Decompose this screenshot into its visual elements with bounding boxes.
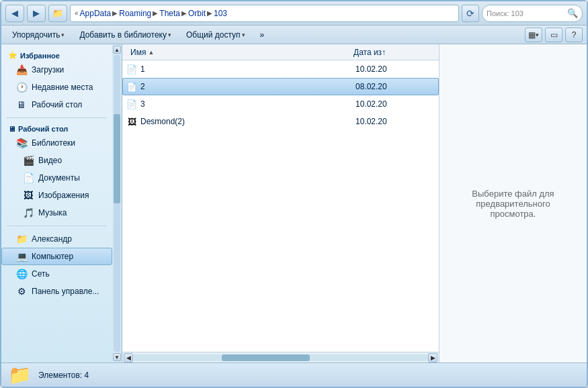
file-icon: 🖼 bbox=[126, 115, 138, 128]
sidebar-divider-1 bbox=[7, 117, 107, 118]
menu-share[interactable]: Общий доступ ▾ bbox=[179, 28, 252, 42]
sort-arrow-icon: ▲ bbox=[148, 49, 154, 56]
file-date: 10.02.20 bbox=[355, 64, 435, 74]
file-icon: 📄 bbox=[126, 98, 138, 110]
column-name[interactable]: Имя ▲ bbox=[125, 48, 353, 57]
downloads-icon: 📥 bbox=[15, 64, 28, 76]
breadcrumb-103[interactable]: 103 bbox=[214, 9, 227, 18]
hscroll-track[interactable] bbox=[133, 354, 428, 361]
sidebar-wrapper: ⭐ Избранное 📥 Загрузки 🕐 Недавние места … bbox=[1, 44, 122, 362]
sidebar-item-music[interactable]: 🎵 Музыка bbox=[1, 204, 112, 222]
sidebar-item-documents[interactable]: 📄 Документы bbox=[1, 169, 112, 187]
breadcrumb-theta[interactable]: Theta bbox=[159, 9, 180, 18]
file-name: 2 bbox=[140, 82, 355, 91]
breadcrumb: « AppData ▶ Roaming ▶ Theta ▶ Orbit ▶ 10… bbox=[70, 5, 459, 22]
video-icon: 🎬 bbox=[22, 154, 34, 166]
preview-text: Выберите файл для предварительного просм… bbox=[453, 189, 573, 219]
view-icon: ▦ bbox=[528, 30, 536, 40]
breadcrumb-appdata[interactable]: AppData bbox=[80, 9, 112, 18]
vscroll-down-button[interactable]: ▼ bbox=[113, 353, 121, 361]
search-input[interactable] bbox=[487, 9, 564, 17]
file-row-desmond[interactable]: 🖼 Desmond(2) 10.02.20 bbox=[122, 113, 439, 130]
menu-organize[interactable]: Упорядочить ▾ bbox=[5, 28, 71, 42]
chevron-down-icon: ▾ bbox=[61, 32, 65, 38]
breadcrumb-sep4: ▶ bbox=[207, 9, 212, 17]
sidebar-item-libraries[interactable]: 📚 Библиотеки bbox=[1, 134, 112, 152]
search-icon[interactable]: 🔍 bbox=[567, 8, 578, 18]
file-pane: Имя ▲ Дата из↑ 📄 1 10.02.20 📄 2 08.02.20 bbox=[122, 44, 439, 362]
chevron-down-icon: ▾ bbox=[536, 32, 539, 38]
split-view-button[interactable]: ▭ bbox=[545, 28, 562, 42]
hscroll-right-button[interactable]: ▶ bbox=[428, 353, 437, 362]
menu-bar-right: ▦ ▾ ▭ ? bbox=[525, 28, 583, 42]
sidebar-item-alexander[interactable]: 📁 Александр bbox=[1, 230, 112, 248]
sidebar-vscroll: ▲ ▼ bbox=[112, 44, 122, 362]
file-name: Desmond(2) bbox=[140, 117, 355, 126]
sidebar-item-video[interactable]: 🎬 Видео bbox=[1, 152, 112, 169]
music-icon: 🎵 bbox=[22, 207, 34, 219]
breadcrumb-orbit[interactable]: Orbit bbox=[188, 9, 206, 18]
sidebar-section-desktop[interactable]: 🖥 Рабочий стол bbox=[1, 122, 112, 134]
breadcrumb-roaming[interactable]: Roaming bbox=[119, 9, 151, 18]
vscroll-thumb bbox=[114, 114, 120, 203]
up-button[interactable]: 📁 bbox=[48, 5, 67, 22]
status-bar: 📁 Элементов: 4 bbox=[1, 362, 587, 387]
breadcrumb-prefix: « bbox=[75, 9, 79, 17]
computer-icon: 💻 bbox=[15, 250, 28, 262]
folder-icon: 📁 bbox=[15, 233, 28, 245]
address-bar: ◀ ▶ 📁 « AppData ▶ Roaming ▶ Theta ▶ Orbi… bbox=[1, 1, 587, 26]
breadcrumb-sep1: ▶ bbox=[112, 9, 118, 17]
sidebar-divider-2 bbox=[7, 226, 107, 226]
back-button[interactable]: ◀ bbox=[5, 5, 24, 22]
refresh-button[interactable]: ⟳ bbox=[462, 5, 479, 22]
content-area: ⭐ Избранное 📥 Загрузки 🕐 Недавние места … bbox=[1, 44, 587, 362]
sidebar-item-network[interactable]: 🌐 Сеть bbox=[1, 265, 112, 283]
status-items-count: Элементов: 4 bbox=[38, 371, 89, 380]
vscroll-track[interactable] bbox=[114, 55, 120, 352]
control-panel-icon: ⚙ bbox=[15, 285, 28, 297]
chevron-down-icon: ▾ bbox=[242, 32, 245, 38]
sidebar-item-desktop-fav[interactable]: 🖥 Рабочий стол bbox=[1, 96, 112, 113]
breadcrumb-sep3: ▶ bbox=[181, 9, 187, 17]
file-name: 3 bbox=[140, 99, 355, 109]
hscroll-left-button[interactable]: ◀ bbox=[124, 353, 133, 362]
libraries-icon: 📚 bbox=[15, 137, 28, 149]
file-list-header: Имя ▲ Дата из↑ bbox=[122, 44, 439, 60]
sidebar-item-control-panel[interactable]: ⚙ Панель управле... bbox=[1, 283, 112, 300]
menu-more[interactable]: » bbox=[253, 28, 271, 42]
desktop-icon: 🖥 bbox=[15, 99, 28, 111]
search-box: 🔍 bbox=[482, 5, 583, 22]
sidebar: ⭐ Избранное 📥 Загрузки 🕐 Недавние места … bbox=[1, 44, 112, 362]
file-row-3[interactable]: 📄 3 10.02.20 bbox=[122, 95, 439, 113]
file-date: 10.02.20 bbox=[355, 117, 435, 126]
sidebar-item-computer[interactable]: 💻 Компьютер bbox=[1, 248, 112, 265]
sidebar-item-downloads[interactable]: 📥 Загрузки bbox=[1, 61, 112, 79]
help-button[interactable]: ? bbox=[565, 28, 583, 42]
sidebar-section-favorites[interactable]: ⭐ Избранное bbox=[1, 48, 112, 61]
view-toggle-button[interactable]: ▦ ▾ bbox=[525, 28, 542, 42]
hscroll-thumb bbox=[222, 354, 310, 361]
file-list: 📄 1 10.02.20 📄 2 08.02.20 📄 3 10.02.20 🖼 bbox=[122, 60, 439, 352]
file-row-2[interactable]: 📄 2 08.02.20 bbox=[122, 78, 439, 95]
file-row-1[interactable]: 📄 1 10.02.20 bbox=[122, 60, 439, 78]
documents-icon: 📄 bbox=[22, 172, 34, 184]
breadcrumb-sep2: ▶ bbox=[153, 9, 158, 17]
status-folder-icon: 📁 bbox=[8, 364, 32, 386]
file-date: 08.02.20 bbox=[355, 82, 435, 91]
sidebar-item-images[interactable]: 🖼 Изображения bbox=[1, 187, 112, 204]
help-icon: ? bbox=[572, 30, 577, 40]
file-name: 1 bbox=[140, 64, 355, 74]
split-icon: ▭ bbox=[550, 30, 558, 40]
file-icon: 📄 bbox=[126, 63, 138, 75]
forward-button[interactable]: ▶ bbox=[27, 5, 46, 22]
column-date[interactable]: Дата из↑ bbox=[353, 48, 436, 57]
vscroll-up-button[interactable]: ▲ bbox=[113, 46, 121, 54]
hscroll-bar: ◀ ▶ bbox=[122, 352, 439, 362]
file-icon: 📄 bbox=[126, 81, 138, 93]
chevron-down-icon: ▾ bbox=[168, 32, 171, 38]
menu-add-library[interactable]: Добавить в библиотеку ▾ bbox=[73, 28, 178, 42]
file-date: 10.02.20 bbox=[355, 99, 435, 109]
recent-icon: 🕐 bbox=[15, 81, 28, 93]
menu-bar: Упорядочить ▾ Добавить в библиотеку ▾ Об… bbox=[1, 26, 587, 44]
sidebar-item-recent[interactable]: 🕐 Недавние места bbox=[1, 79, 112, 96]
